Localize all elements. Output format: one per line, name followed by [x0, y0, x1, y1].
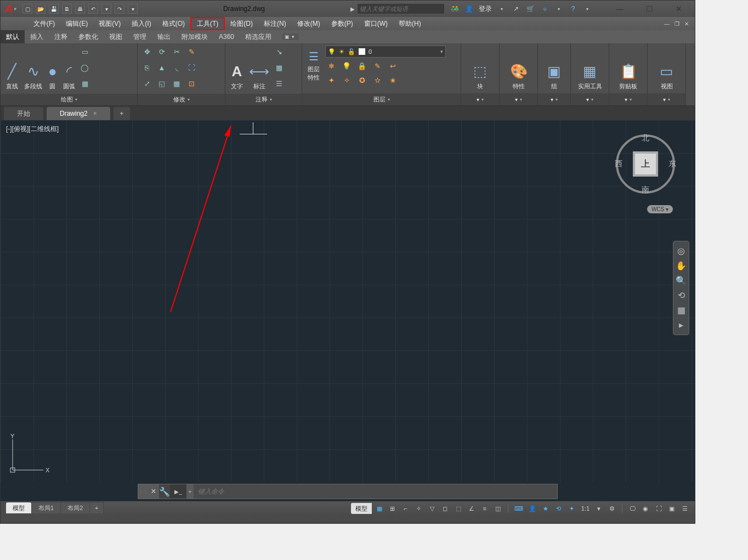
hardware-button[interactable]: ⛶: [653, 503, 664, 514]
polar-button[interactable]: ✧: [413, 503, 424, 514]
mdi-close-icon[interactable]: ✕: [682, 19, 692, 28]
circle-button[interactable]: ●圆: [46, 47, 59, 90]
mirror-icon[interactable]: ▲: [156, 61, 168, 73]
layout-tab-add[interactable]: +: [90, 502, 104, 513]
menu-dimension[interactable]: 标注(N): [258, 17, 292, 30]
cmd-close-icon[interactable]: ×: [148, 487, 159, 496]
nav-orbit-icon[interactable]: ⟲: [678, 290, 685, 301]
nav-showmotion-icon[interactable]: ▦: [677, 305, 685, 315]
doc-tab-add[interactable]: +: [114, 107, 130, 120]
qat-new-icon[interactable]: ▢: [22, 4, 32, 14]
selection-cycling-button[interactable]: 👤: [527, 503, 538, 514]
layer-s1-icon[interactable]: ✦: [325, 74, 337, 86]
rtab-output[interactable]: 输出: [152, 30, 176, 43]
help-icon[interactable]: ?: [569, 4, 577, 13]
qp-button[interactable]: ★: [540, 503, 551, 514]
scale-drop-icon[interactable]: ▾: [593, 503, 604, 514]
array-icon[interactable]: ▦: [171, 77, 183, 89]
panel-modify-title[interactable]: 修改: [138, 94, 225, 105]
layout-tab-2[interactable]: 布局2: [61, 502, 90, 513]
viewcube-west[interactable]: 西: [615, 159, 622, 169]
rotate-icon[interactable]: ⟳: [156, 46, 168, 58]
rtab-annotate[interactable]: 注释: [49, 30, 73, 43]
ws-button[interactable]: ⚙: [607, 503, 617, 514]
qat-redo-icon[interactable]: ↷: [115, 4, 124, 14]
nav-wheel-icon[interactable]: ◎: [677, 246, 685, 256]
clipboard-button[interactable]: 📋剪贴板: [617, 47, 639, 90]
menu-view[interactable]: 视图(V): [93, 17, 126, 30]
rtab-express[interactable]: 精选应用: [240, 30, 277, 43]
scale-icon[interactable]: ◱: [156, 77, 168, 89]
table-icon[interactable]: ▦: [273, 61, 285, 73]
qat-saveas-icon[interactable]: 🗎: [62, 4, 72, 14]
qat-undo-icon[interactable]: ↶: [88, 4, 98, 14]
otrack-button[interactable]: ∠: [466, 503, 477, 514]
menu-insert[interactable]: 插入(I): [126, 17, 156, 30]
trim-icon[interactable]: ✂: [171, 46, 183, 58]
panel-annotate-title[interactable]: 注释: [225, 94, 302, 105]
maximize-button[interactable]: ☐: [642, 4, 656, 13]
panel-props-title[interactable]: ▾: [500, 93, 537, 105]
qat-print-icon[interactable]: 🖶: [75, 4, 85, 14]
panel-view-title[interactable]: ▾: [648, 93, 685, 105]
panel-clip-title[interactable]: ▾: [609, 93, 647, 105]
panel-group-title[interactable]: ▾: [538, 93, 570, 105]
infocenter-icon[interactable]: 👬: [450, 4, 459, 13]
login-drop-icon[interactable]: ▾: [497, 4, 506, 13]
ortho-button[interactable]: ⌐: [400, 503, 411, 514]
panel-block-title[interactable]: ▾: [461, 93, 499, 105]
wcs-badge[interactable]: WCS ▾: [647, 205, 673, 213]
customize-status-button[interactable]: ☰: [679, 503, 690, 514]
group-button[interactable]: ▣组: [545, 47, 563, 90]
menu-modify[interactable]: 修改(M): [292, 17, 326, 30]
grid-button[interactable]: ▦: [374, 503, 385, 514]
layer-iso-icon[interactable]: ❄: [325, 60, 337, 72]
viewcube-south[interactable]: 南: [642, 185, 649, 195]
qat-save-icon[interactable]: 💾: [49, 4, 59, 14]
ribbon-collapse-button[interactable]: ▣▾: [282, 33, 299, 40]
drawing-canvas[interactable]: [-][俯视][二维线框] 北 南 东 西 上 WCS ▾ ◎ ✋ 🔍 ⟲ ▦ …: [1, 120, 695, 482]
annovisibility-button[interactable]: ✦: [566, 503, 577, 514]
cmd-drop-icon[interactable]: ▾: [186, 489, 194, 495]
qat-open-icon[interactable]: 📂: [36, 4, 46, 14]
erase-icon[interactable]: ✎: [185, 46, 197, 58]
hatch-icon[interactable]: ▦: [79, 77, 91, 89]
doc-tab-start[interactable]: 开始: [4, 107, 43, 120]
login-label[interactable]: 登录: [479, 4, 492, 14]
nav-more-icon[interactable]: ▸: [679, 320, 683, 330]
panel-draw-title[interactable]: 绘图: [1, 94, 137, 105]
offset-icon[interactable]: ⊡: [185, 77, 197, 89]
rtab-insert[interactable]: 插入: [25, 30, 49, 43]
tab-close-icon[interactable]: ×: [93, 110, 97, 117]
fillet-icon[interactable]: ◟: [171, 61, 183, 73]
leader-icon[interactable]: ↘: [273, 46, 285, 58]
ellipse-icon[interactable]: ◯: [79, 61, 91, 73]
arc-button[interactable]: ◜圆弧: [61, 47, 77, 90]
3dosnap-button[interactable]: ⬚: [453, 503, 464, 514]
menu-parametric[interactable]: 参数(P): [326, 17, 359, 30]
menu-file[interactable]: 文件(F): [28, 17, 60, 30]
nav-pan-icon[interactable]: ✋: [676, 261, 687, 271]
utils-button[interactable]: ▦实用工具: [576, 47, 604, 90]
layer-prev-icon[interactable]: ↩: [387, 60, 399, 72]
explode-icon[interactable]: ⛶: [185, 61, 197, 73]
app-icon[interactable]: ⟐: [540, 4, 549, 13]
layout-tab-model[interactable]: 模型: [6, 502, 32, 513]
layer-combo[interactable]: 💡 ☀ 🔓 0 ▾: [325, 46, 446, 58]
search-expand-icon[interactable]: ▶: [350, 6, 355, 12]
exchange-icon[interactable]: ↗: [512, 4, 520, 13]
annoscale-button[interactable]: ⟲: [553, 503, 564, 514]
layer-s4-icon[interactable]: ✫: [371, 74, 383, 86]
layer-off-icon[interactable]: 💡: [341, 60, 353, 72]
command-input[interactable]: [194, 484, 557, 499]
cmd-grip-icon[interactable]: ⋮⋮: [138, 489, 148, 494]
layer-s5-icon[interactable]: ✬: [387, 74, 399, 86]
viewcube-north[interactable]: 北: [642, 133, 649, 143]
isolate-button[interactable]: ◉: [640, 503, 651, 514]
layer-s3-icon[interactable]: ✪: [356, 74, 368, 86]
osnap-button[interactable]: ◻: [440, 503, 451, 514]
menu-help[interactable]: 帮助(H): [393, 17, 427, 30]
props-button[interactable]: 🎨特性: [508, 47, 530, 90]
monitor-button[interactable]: 🖵: [627, 503, 638, 514]
minimize-button[interactable]: ―: [613, 4, 627, 13]
